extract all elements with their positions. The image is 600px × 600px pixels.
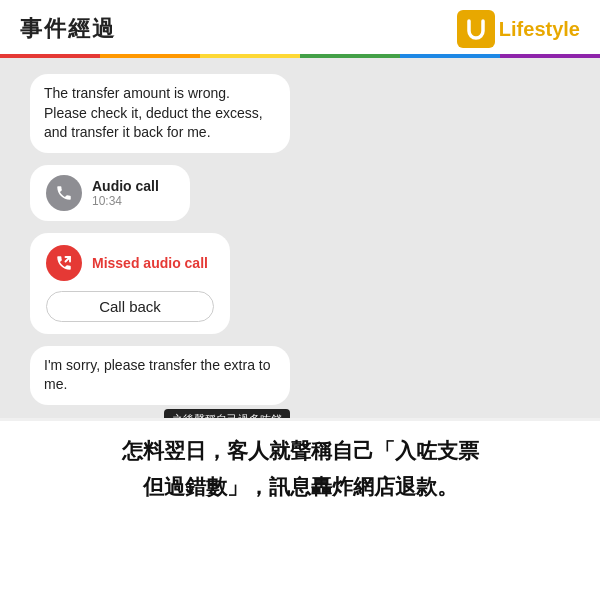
page-title: 事件經過 bbox=[20, 14, 116, 44]
message-text-2: I'm sorry, please transfer the extra to … bbox=[44, 357, 271, 393]
call-back-button[interactable]: Call back bbox=[46, 291, 214, 322]
chat-area: The transfer amount is wrong. Please che… bbox=[0, 58, 600, 418]
phone-icon bbox=[46, 175, 82, 211]
header: 事件經過 Lifestyle bbox=[0, 0, 600, 58]
missed-call-bubble: Missed audio call Call back bbox=[30, 233, 230, 334]
audio-call-time: 10:34 bbox=[92, 194, 159, 208]
page-container: 事件經過 Lifestyle The transfer amount is wr… bbox=[0, 0, 600, 600]
rainbow-bar bbox=[0, 54, 600, 58]
u-logo-icon bbox=[457, 10, 495, 48]
message-text-1: The transfer amount is wrong. Please che… bbox=[44, 85, 263, 140]
audio-call-bubble: Audio call 10:34 bbox=[30, 165, 190, 221]
missed-call-label: Missed audio call bbox=[92, 255, 208, 271]
bottom-line-2: 但過錯數」，訊息轟炸網店退款。 bbox=[20, 471, 580, 503]
audio-call-label: Audio call bbox=[92, 178, 159, 194]
missed-call-icon bbox=[46, 245, 82, 281]
message-bubble-2: I'm sorry, please transfer the extra to … bbox=[30, 346, 290, 405]
brand-name: Lifestyle bbox=[499, 18, 580, 41]
audio-call-info: Audio call 10:34 bbox=[92, 178, 159, 208]
last-message-row: I'm sorry, please transfer the extra to … bbox=[30, 346, 290, 418]
missed-call-header: Missed audio call bbox=[46, 245, 214, 281]
bottom-line-1: 怎料翌日，客人就聲稱自己「入咗支票 bbox=[20, 435, 580, 467]
annotation-badge: 之後聲稱自己過多咗錢 bbox=[164, 409, 290, 418]
message-bubble-1: The transfer amount is wrong. Please che… bbox=[30, 74, 290, 153]
logo-area: Lifestyle bbox=[457, 10, 580, 48]
bottom-section: 怎料翌日，客人就聲稱自己「入咗支票 但過錯數」，訊息轟炸網店退款。 bbox=[0, 418, 600, 518]
